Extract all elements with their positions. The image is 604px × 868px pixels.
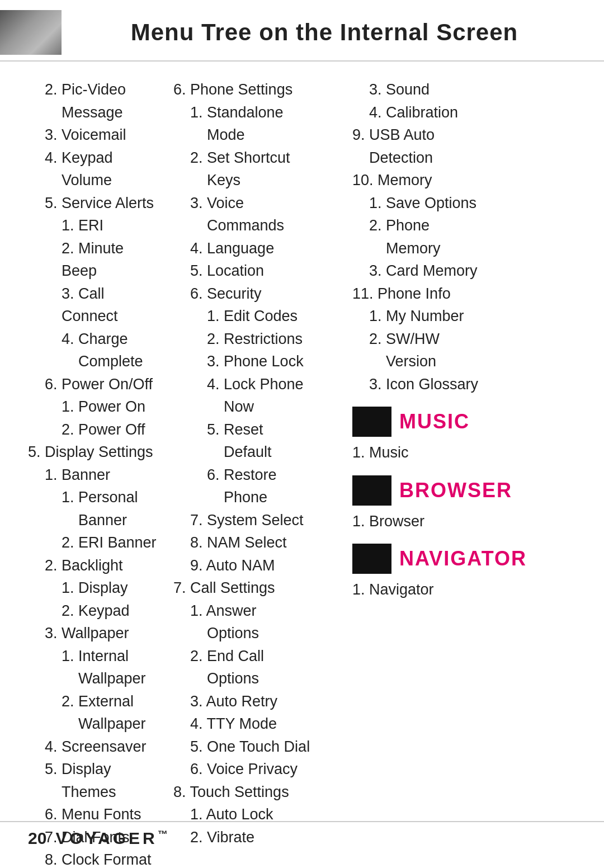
list-item: Now bbox=[173, 395, 341, 418]
list-item: Complete bbox=[28, 350, 162, 373]
list-item: 1. Internal bbox=[28, 645, 162, 668]
list-item: Wallpaper bbox=[28, 713, 162, 735]
list-item: 6. Power On/Off bbox=[28, 373, 162, 396]
list-item: 3. Voicemail bbox=[28, 124, 162, 147]
list-item: 3. Auto Retry bbox=[173, 690, 341, 713]
list-item: Default bbox=[173, 441, 341, 464]
page-number: 20 bbox=[28, 829, 46, 848]
page-title: Menu Tree on the Internal Screen bbox=[62, 19, 587, 46]
section-header-music: MUSIC bbox=[352, 407, 576, 437]
list-item: 1. Edit Codes bbox=[173, 305, 341, 328]
page-header: Menu Tree on the Internal Screen bbox=[0, 0, 604, 62]
list-item: Volume bbox=[28, 169, 162, 192]
section-label-browser: BROWSER bbox=[399, 479, 512, 502]
list-item: 5. Service Alerts bbox=[28, 192, 162, 215]
list-item: 1. Banner bbox=[28, 464, 162, 487]
list-item: 6. Phone Settings bbox=[173, 78, 341, 101]
section-label-music: MUSIC bbox=[399, 410, 470, 433]
right-top-list: 3. Sound4. Calibration9. USB AutoDetecti… bbox=[352, 78, 576, 395]
list-item: Themes bbox=[28, 781, 162, 804]
list-item: 6. Restore bbox=[173, 464, 341, 487]
section-block-music: MUSIC1. Music bbox=[352, 407, 576, 464]
col-right: 3. Sound4. Calibration9. USB AutoDetecti… bbox=[347, 78, 582, 868]
list-item: 1. Save Options bbox=[352, 192, 576, 215]
section-color-box-music bbox=[352, 407, 391, 437]
list-item: 9. Auto NAM bbox=[173, 554, 341, 577]
list-item: 5. Display Settings bbox=[28, 441, 162, 464]
list-item: 2. Power Off bbox=[28, 418, 162, 441]
list-item: 4. Charge bbox=[28, 328, 162, 351]
list-item: 2. Restrictions bbox=[173, 328, 341, 351]
col-left: 2. Pic-VideoMessage3. Voicemail4. Keypad… bbox=[22, 78, 168, 868]
list-item: 11. Phone Info bbox=[352, 282, 576, 305]
list-item: 1. Standalone bbox=[173, 101, 341, 124]
list-item: 2. Minute Beep bbox=[28, 237, 162, 282]
list-item: 2. ERI Banner bbox=[28, 531, 162, 554]
list-item: 5. Reset bbox=[173, 418, 341, 441]
list-item: 3. Call Connect bbox=[28, 282, 162, 328]
list-item: 1. Answer bbox=[173, 600, 341, 622]
section-label-navigator: NAVIGATOR bbox=[399, 547, 527, 570]
list-item: 7. Call Settings bbox=[173, 577, 341, 600]
list-item: 5. Location bbox=[173, 260, 341, 282]
list-item: Keys bbox=[173, 169, 341, 192]
left-menu-list: 2. Pic-VideoMessage3. Voicemail4. Keypad… bbox=[28, 78, 162, 868]
list-item: Commands bbox=[173, 214, 341, 237]
list-item: 1. Display bbox=[28, 577, 162, 600]
list-item: 3. Phone Lock bbox=[173, 350, 341, 373]
list-item: Message bbox=[28, 101, 162, 124]
section-header-navigator: NAVIGATOR bbox=[352, 544, 576, 574]
list-item: 1. ERI bbox=[28, 214, 162, 237]
list-item: 3. Sound bbox=[352, 78, 576, 101]
list-item: 1. Browser bbox=[352, 510, 576, 533]
list-item: 4. TTY Mode bbox=[173, 713, 341, 735]
section-list-browser: 1. Browser bbox=[352, 510, 576, 533]
list-item: 2. Keypad bbox=[28, 600, 162, 622]
list-item: 1. My Number bbox=[352, 305, 576, 328]
list-item: Mode bbox=[173, 124, 341, 147]
col-mid: 6. Phone Settings1. StandaloneMode2. Set… bbox=[168, 78, 347, 868]
list-item: 1. Music bbox=[352, 441, 576, 464]
mid-menu-list: 6. Phone Settings1. StandaloneMode2. Set… bbox=[173, 78, 341, 848]
list-item: 8. Touch Settings bbox=[173, 781, 341, 804]
section-block-browser: BROWSER1. Browser bbox=[352, 475, 576, 533]
list-item: 9. USB Auto bbox=[352, 124, 576, 147]
list-item: 7. System Select bbox=[173, 509, 341, 532]
section-list-navigator: 1. Navigator bbox=[352, 578, 576, 601]
list-item: 2. Phone bbox=[352, 214, 576, 237]
list-item: 2. Set Shortcut bbox=[173, 147, 341, 169]
list-item: 3. Voice bbox=[173, 192, 341, 215]
list-item: Memory bbox=[352, 237, 576, 260]
section-header-browser: BROWSER bbox=[352, 475, 576, 506]
list-item: Wallpaper bbox=[28, 667, 162, 690]
list-item: 4. Screensaver bbox=[28, 735, 162, 758]
list-item: Version bbox=[352, 350, 576, 373]
main-content: 2. Pic-VideoMessage3. Voicemail4. Keypad… bbox=[0, 78, 604, 868]
list-item: 5. Display bbox=[28, 758, 162, 781]
list-item: 3. Card Memory bbox=[352, 260, 576, 282]
list-item: 5. One Touch Dial bbox=[173, 735, 341, 758]
list-item: 4. Lock Phone bbox=[173, 373, 341, 396]
list-item: 2. SW/HW bbox=[352, 328, 576, 351]
list-item: 1. Personal bbox=[28, 486, 162, 509]
section-color-box-browser bbox=[352, 475, 391, 506]
list-item: Phone bbox=[173, 486, 341, 509]
list-item: 1. Navigator bbox=[352, 578, 576, 601]
section-list-music: 1. Music bbox=[352, 441, 576, 464]
section-color-box-navigator bbox=[352, 544, 391, 574]
list-item: 8. NAM Select bbox=[173, 531, 341, 554]
list-item: 10. Memory bbox=[352, 169, 576, 192]
section-block-navigator: NAVIGATOR1. Navigator bbox=[352, 544, 576, 601]
list-item: 2. External bbox=[28, 690, 162, 713]
list-item: 6. Voice Privacy bbox=[173, 758, 341, 781]
list-item: 2. End Call bbox=[173, 645, 341, 668]
list-item: 4. Calibration bbox=[352, 101, 576, 124]
page-footer: 20 VOYAGER™ bbox=[0, 821, 604, 855]
list-item: 4. Language bbox=[173, 237, 341, 260]
list-item: 3. Icon Glossary bbox=[352, 373, 576, 396]
list-item: 1. Power On bbox=[28, 395, 162, 418]
list-item: 4. Keypad bbox=[28, 147, 162, 169]
list-item: Detection bbox=[352, 147, 576, 169]
header-image bbox=[0, 10, 62, 55]
list-item: Banner bbox=[28, 509, 162, 532]
